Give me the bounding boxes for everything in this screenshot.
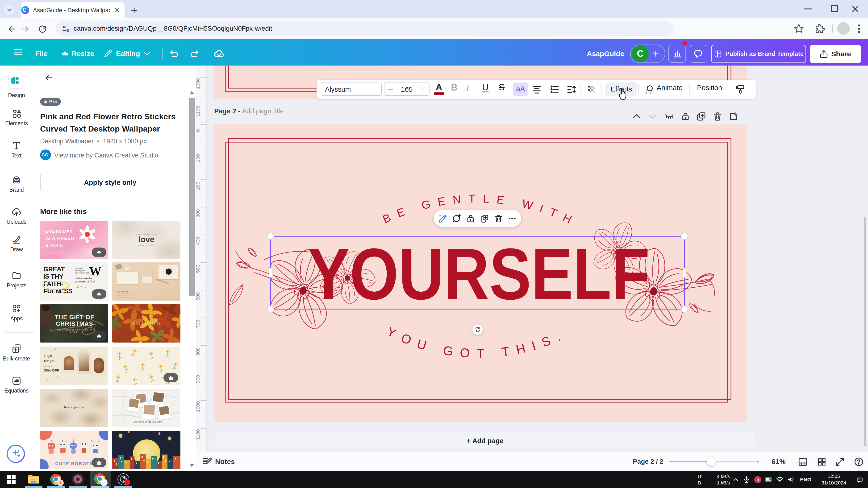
svg-text:900: 900 [196, 375, 200, 383]
svg-text:200: 200 [196, 182, 200, 190]
svg-text:1000: 1000 [196, 78, 200, 89]
svg-text:100: 100 [196, 154, 200, 162]
svg-text:1100: 1100 [196, 429, 200, 440]
svg-text:700: 700 [196, 320, 200, 328]
svg-text:400: 400 [196, 237, 200, 245]
svg-text:600: 600 [196, 292, 200, 300]
svg-text:0: 0 [196, 129, 200, 132]
svg-text:1100: 1100 [196, 106, 200, 117]
svg-text:1000: 1000 [196, 401, 200, 412]
svg-text:300: 300 [196, 209, 200, 217]
svg-text:500: 500 [196, 264, 200, 273]
svg-text:YOURSELF: YOURSELF [308, 233, 650, 315]
svg-text:800: 800 [196, 347, 200, 356]
svg-text:co: co [16, 180, 18, 182]
